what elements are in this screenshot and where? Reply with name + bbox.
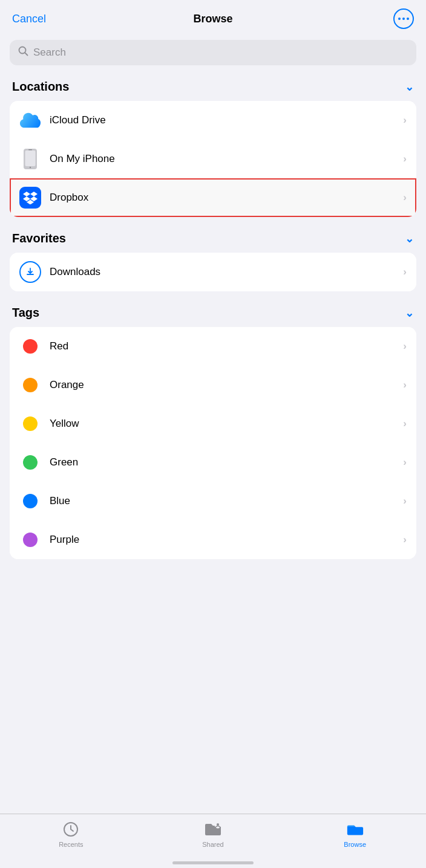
locations-chevron-icon[interactable]: ⌄ (405, 80, 414, 94)
tag-orange-label: Orange (50, 379, 403, 391)
iphone-chevron-icon: › (403, 153, 407, 165)
recents-icon (62, 820, 80, 838)
tag-purple-label: Purple (50, 534, 403, 546)
tag-item-yellow[interactable]: Yellow › (10, 404, 416, 443)
tab-recents-label: Recents (59, 841, 83, 848)
favorites-chevron-icon[interactable]: ⌄ (405, 232, 414, 245)
tags-list: Red › Orange › Yellow › Green › (10, 327, 416, 559)
browse-icon (346, 820, 364, 838)
tag-blue-chevron-icon: › (403, 495, 407, 507)
icloud-icon (19, 109, 41, 131)
tag-blue-label: Blue (50, 495, 403, 507)
locations-item-dropbox[interactable]: Dropbox › (10, 178, 416, 217)
tag-item-purple[interactable]: Purple › (10, 520, 416, 559)
locations-list: iCloud Drive › On My iPhone › (10, 101, 416, 217)
tab-recents[interactable]: Recents (0, 820, 142, 848)
locations-section-header: Locations ⌄ (0, 75, 426, 99)
shared-icon (204, 820, 222, 838)
more-dots-icon (398, 18, 409, 20)
tag-item-orange[interactable]: Orange › (10, 366, 416, 404)
tag-red-icon (19, 335, 41, 357)
tags-chevron-icon[interactable]: ⌄ (405, 306, 414, 320)
icloud-label: iCloud Drive (50, 114, 403, 126)
dropbox-label: Dropbox (50, 192, 403, 204)
iphone-label: On My iPhone (50, 153, 403, 165)
tag-orange-chevron-icon: › (403, 379, 407, 391)
tag-item-green[interactable]: Green › (10, 443, 416, 482)
tag-yellow-chevron-icon: › (403, 418, 407, 430)
downloads-label: Downloads (50, 266, 403, 278)
locations-title: Locations (12, 80, 69, 94)
tags-title: Tags (12, 306, 39, 320)
iphone-icon (19, 148, 41, 170)
icloud-chevron-icon: › (403, 114, 407, 126)
locations-item-iphone[interactable]: On My iPhone › (10, 140, 416, 178)
cancel-button[interactable]: Cancel (12, 13, 54, 25)
favorites-list: Downloads › (10, 253, 416, 291)
more-button-wrap (372, 8, 414, 29)
tag-yellow-icon (19, 413, 41, 435)
tab-shared-label: Shared (202, 841, 223, 848)
tag-item-red[interactable]: Red › (10, 327, 416, 366)
tag-item-blue[interactable]: Blue › (10, 482, 416, 520)
search-bar[interactable]: Search (10, 40, 416, 65)
svg-rect-3 (25, 151, 36, 166)
svg-rect-5 (28, 149, 32, 151)
tag-red-chevron-icon: › (403, 340, 407, 352)
dropbox-chevron-icon: › (403, 192, 407, 204)
svg-point-4 (30, 167, 31, 168)
page-title: Browse (54, 13, 372, 25)
tag-blue-icon (19, 490, 41, 512)
tag-green-chevron-icon: › (403, 456, 407, 468)
downloads-icon (19, 261, 41, 283)
search-placeholder: Search (33, 47, 66, 59)
tag-green-icon (19, 452, 41, 473)
favorites-item-downloads[interactable]: Downloads › (10, 253, 416, 291)
tag-yellow-label: Yellow (50, 418, 403, 430)
search-icon (18, 46, 28, 59)
tag-green-label: Green (50, 456, 403, 468)
header: Cancel Browse (0, 0, 426, 35)
tab-browse-label: Browse (344, 841, 366, 848)
tab-shared[interactable]: Shared (142, 820, 284, 848)
downloads-chevron-icon: › (403, 266, 407, 278)
favorites-section-header: Favorites ⌄ (0, 227, 426, 250)
tag-orange-icon (19, 374, 41, 396)
tag-purple-chevron-icon: › (403, 534, 407, 546)
favorites-title: Favorites (12, 232, 66, 245)
tag-purple-icon (19, 529, 41, 551)
locations-item-icloud[interactable]: iCloud Drive › (10, 101, 416, 140)
more-button[interactable] (393, 8, 414, 29)
dropbox-icon (19, 187, 41, 209)
svg-point-9 (217, 823, 219, 826)
tag-red-label: Red (50, 340, 403, 352)
svg-line-1 (25, 53, 28, 56)
tab-browse[interactable]: Browse (284, 820, 426, 848)
tab-bar: Recents Shared Browse (0, 814, 426, 868)
tags-section-header: Tags ⌄ (0, 301, 426, 325)
home-indicator (172, 861, 254, 864)
